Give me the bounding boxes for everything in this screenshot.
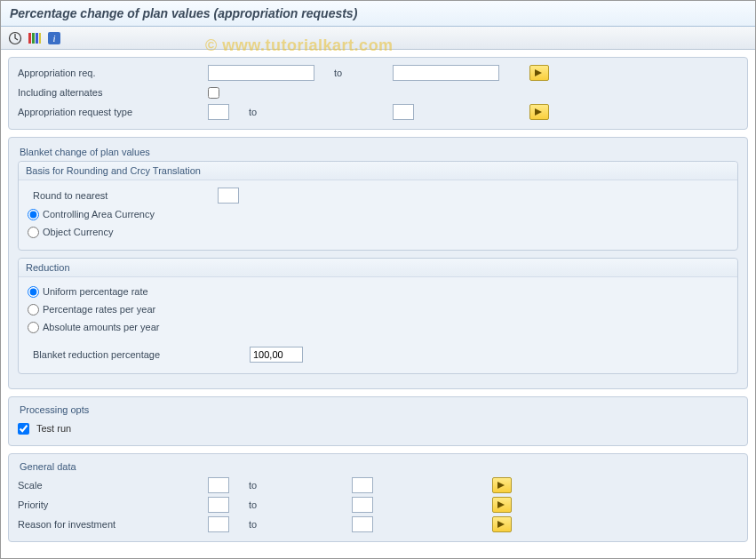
svg-marker-9 <box>497 482 505 489</box>
obj-currency-radio[interactable] <box>28 227 39 238</box>
approp-req-to-input[interactable] <box>393 65 499 81</box>
incl-alt-checkbox[interactable] <box>208 87 219 99</box>
svg-marker-7 <box>535 69 542 76</box>
reason-row: Reason for investment to <box>18 515 738 534</box>
approp-type-from-input[interactable] <box>208 104 229 120</box>
execute-icon[interactable] <box>8 31 22 45</box>
abs-label: Absolute amounts per year <box>43 322 159 332</box>
incl-alt-row: Including alternates <box>18 83 738 102</box>
priority-to-input[interactable] <box>352 497 373 513</box>
reduction-group: Reduction Uniform percentage rate Percen… <box>18 258 738 374</box>
scale-from-input[interactable] <box>208 477 229 493</box>
svg-rect-4 <box>39 33 41 44</box>
approp-req-label: Appropriation req. <box>18 68 204 78</box>
approp-type-to-input[interactable] <box>393 104 414 120</box>
per-year-radio[interactable] <box>28 304 39 315</box>
multi-select-button[interactable] <box>492 497 512 513</box>
basis-group: Basis for Rounding and Crcy Translation … <box>18 161 738 251</box>
scale-label: Scale <box>18 480 204 491</box>
to-label: to <box>233 519 348 530</box>
to-label: to <box>233 107 389 117</box>
per-year-label: Percentage rates per year <box>43 304 155 315</box>
titlebar: Percentage change of plan values (approp… <box>1 1 755 27</box>
reason-label: Reason for investment <box>18 519 204 530</box>
variants-icon[interactable] <box>28 31 42 45</box>
incl-alt-label: Including alternates <box>18 87 204 98</box>
content-area: Appropriation req. to Including alternat… <box>1 50 755 542</box>
info-icon[interactable]: i <box>47 31 61 45</box>
approp-type-row: Appropriation request type to <box>18 102 738 122</box>
svg-marker-8 <box>535 108 542 116</box>
approp-req-from-input[interactable] <box>208 65 314 81</box>
svg-rect-1 <box>28 33 31 44</box>
priority-row: Priority to <box>18 495 738 515</box>
processing-panel: Processing opts Test run <box>8 396 748 446</box>
blanket-title: Blanket change of plan values <box>18 145 738 161</box>
round-label: Round to nearest <box>28 190 214 201</box>
multi-select-button[interactable] <box>529 104 549 120</box>
to-label: to <box>318 68 389 78</box>
blanket-pct-input[interactable] <box>250 347 303 363</box>
toolbar: i <box>1 27 755 50</box>
uniform-label: Uniform percentage rate <box>43 286 148 297</box>
blanket-pct-label: Blanket reduction percentage <box>28 349 246 360</box>
abs-radio[interactable] <box>28 322 39 333</box>
round-input[interactable] <box>218 188 239 204</box>
multi-select-button[interactable] <box>492 477 512 493</box>
svg-rect-2 <box>32 33 35 44</box>
uniform-radio[interactable] <box>28 286 39 298</box>
processing-title: Processing opts <box>18 403 738 419</box>
selection-panel: Appropriation req. to Including alternat… <box>8 57 748 130</box>
obj-currency-label: Object Currency <box>43 227 113 237</box>
multi-select-button[interactable] <box>529 65 549 81</box>
general-title: General data <box>18 459 738 475</box>
svg-marker-11 <box>497 521 505 528</box>
general-panel: General data Scale to Priority to <box>8 453 748 542</box>
priority-from-input[interactable] <box>208 497 229 513</box>
app-window: Percentage change of plan values (approp… <box>0 0 756 559</box>
to-label: to <box>233 499 348 510</box>
scale-to-input[interactable] <box>352 477 373 493</box>
ctrl-currency-radio[interactable] <box>28 209 39 220</box>
svg-rect-3 <box>36 33 38 44</box>
scale-row: Scale to <box>18 475 738 495</box>
approp-type-label: Appropriation request type <box>18 107 204 117</box>
reduction-title: Reduction <box>19 259 737 277</box>
blanket-panel: Blanket change of plan values Basis for … <box>8 137 748 389</box>
basis-title: Basis for Rounding and Crcy Translation <box>19 162 737 180</box>
approp-req-row: Appropriation req. to <box>18 63 738 83</box>
to-label: to <box>233 480 348 491</box>
reason-from-input[interactable] <box>208 516 229 532</box>
testrun-checkbox[interactable] <box>18 423 29 435</box>
priority-label: Priority <box>18 499 204 510</box>
reason-to-input[interactable] <box>352 516 373 532</box>
page-title: Percentage change of plan values (approp… <box>10 6 746 20</box>
svg-text:i: i <box>52 33 55 44</box>
multi-select-button[interactable] <box>492 516 512 532</box>
ctrl-currency-label: Controlling Area Currency <box>43 209 155 220</box>
testrun-label: Test run <box>36 423 71 434</box>
svg-marker-10 <box>497 501 505 508</box>
